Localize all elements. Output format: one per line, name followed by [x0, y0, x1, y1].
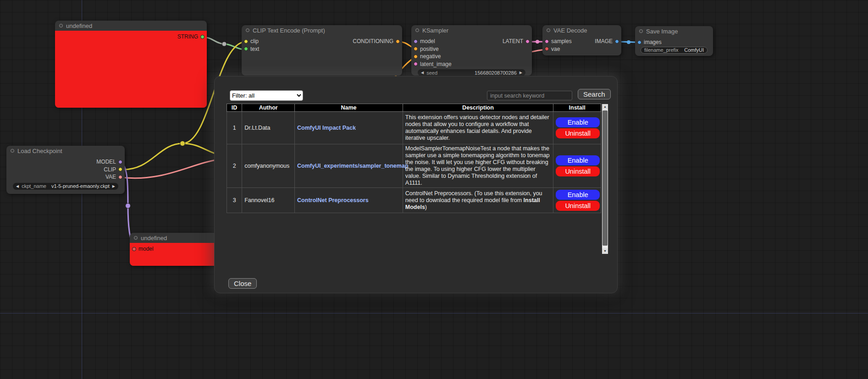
cell-install: Enable Uninstall	[553, 112, 601, 144]
node-title: undefined	[66, 22, 92, 29]
scrollbar-thumb[interactable]	[603, 110, 608, 246]
increment-arrow-icon[interactable]: ▶	[520, 71, 522, 75]
search-button[interactable]: Search	[578, 89, 611, 99]
scrollbar-up-arrow-icon[interactable]: ▲	[602, 104, 608, 110]
decrement-arrow-icon[interactable]: ◀	[421, 71, 424, 75]
widget-value: 156680208700286	[475, 70, 517, 76]
enable-button[interactable]: Enable	[556, 117, 600, 127]
node-title: VAE Decode	[553, 27, 587, 34]
scrollbar-down-arrow-icon[interactable]: ▼	[602, 248, 608, 254]
link-dot	[627, 40, 630, 44]
input-slot-clip[interactable]	[244, 39, 248, 44]
filename-prefix-widget[interactable]: filename_prefix ComfyUI	[641, 47, 708, 54]
extension-link[interactable]: ComfyUI Impact Pack	[297, 125, 356, 131]
output-label: CLIP	[104, 166, 116, 173]
close-button[interactable]: Close	[228, 278, 257, 289]
output-slot-clip[interactable]	[118, 167, 122, 171]
collapse-dot-icon[interactable]	[246, 28, 249, 32]
uninstall-button[interactable]: Uninstall	[556, 201, 600, 211]
seed-widget[interactable]: ◀ seed 156680208700286 ▶	[418, 69, 525, 76]
input-slot-model[interactable]	[414, 39, 418, 44]
uninstall-button[interactable]: Uninstall	[556, 166, 600, 176]
collapse-dot-icon[interactable]	[59, 24, 63, 27]
node-header[interactable]: VAE Decode	[542, 25, 621, 35]
node-ksampler[interactable]: KSampler model LATENT positive	[411, 25, 532, 76]
node-undefined-top[interactable]: undefined STRING	[55, 21, 207, 108]
output-slot-latent[interactable]	[525, 39, 530, 44]
filter-select[interactable]: Filter: all	[230, 90, 303, 101]
reroute-dot[interactable]	[126, 203, 131, 209]
output-slot-string[interactable]	[200, 35, 205, 39]
cell-description: ModelSamplerTonemapNoiseTest a node that…	[403, 144, 553, 188]
widget-value: v1-5-pruned-emaonly.ckpt	[51, 183, 110, 189]
widget-name: seed	[426, 70, 437, 76]
node-header[interactable]: undefined	[55, 21, 207, 31]
output-label: STRING	[177, 33, 198, 40]
extension-link[interactable]: ComfyUI_experiments/sampler_tonemap	[297, 163, 408, 169]
input-label: latent_image	[420, 61, 452, 67]
widget-name: filename_prefix	[644, 47, 679, 53]
node-load-checkpoint[interactable]: Load Checkpoint MODEL CLIP VAE	[6, 146, 125, 194]
col-header-id: ID	[227, 104, 242, 112]
table-row: 1 Dr.Lt.Data ComfyUI Impact Pack This ex…	[227, 112, 601, 144]
search-input[interactable]	[487, 91, 572, 100]
input-slot-text[interactable]	[244, 47, 248, 51]
description-tail: )	[425, 204, 427, 210]
output-label: MODEL	[96, 159, 116, 165]
cell-install: Enable Uninstall	[553, 188, 601, 213]
link-dot	[536, 40, 539, 44]
collapse-dot-icon[interactable]	[134, 236, 138, 240]
custom-nodes-manager-dialog: Filter: all Search ID Author Name Descri…	[214, 76, 618, 293]
node-header[interactable]: undefined	[130, 233, 221, 243]
node-undefined-bottom[interactable]: undefined model	[130, 233, 221, 266]
output-slot-vae[interactable]	[118, 175, 122, 179]
widget-name: ckpt_name	[22, 183, 46, 189]
enable-button[interactable]: Enable	[556, 190, 600, 200]
input-slot-images[interactable]	[637, 40, 641, 44]
node-header[interactable]: Save Image	[635, 26, 713, 36]
input-label: images	[644, 39, 662, 45]
node-title: Load Checkpoint	[17, 148, 62, 154]
table-scrollbar[interactable]: ▲ ▼	[602, 104, 608, 254]
extension-link[interactable]: ControlNet Preprocessors	[297, 197, 369, 203]
output-slot-model[interactable]	[118, 160, 122, 164]
cell-author: Dr.Lt.Data	[242, 112, 295, 144]
collapse-dot-icon[interactable]	[547, 28, 550, 32]
node-vae-decode[interactable]: VAE Decode samples IMAGE vae	[542, 25, 621, 55]
input-label: vae	[551, 46, 560, 52]
decrement-arrow-icon[interactable]: ◀	[16, 184, 19, 188]
ckpt-name-widget[interactable]: ◀ ckpt_name v1-5-pruned-emaonly.ckpt ▶	[13, 183, 118, 190]
node-header[interactable]: CLIP Text Encode (Prompt)	[242, 25, 402, 35]
uninstall-button[interactable]: Uninstall	[556, 128, 600, 138]
input-slot-positive[interactable]	[414, 47, 418, 51]
cell-author: comfyanonymous	[242, 144, 295, 188]
input-slot-model[interactable]	[132, 247, 136, 251]
output-slot-conditioning[interactable]	[396, 39, 400, 44]
output-label: IMAGE	[595, 38, 613, 44]
cell-id: 3	[227, 188, 242, 213]
input-label: model	[420, 38, 435, 44]
table-row: 2 comfyanonymous ComfyUI_experiments/sam…	[227, 144, 601, 188]
table-row: 3 Fannovel16 ControlNet Preprocessors Co…	[227, 188, 601, 213]
description-text: ModelSamplerTonemapNoiseTest a node that…	[405, 145, 550, 186]
collapse-dot-icon[interactable]	[415, 28, 419, 32]
reroute-dot[interactable]	[180, 141, 185, 146]
description-text: ControlNet Preprocessors. (To use this e…	[405, 190, 542, 203]
reroute-dot[interactable]	[222, 42, 227, 46]
node-header[interactable]: KSampler	[411, 25, 532, 35]
collapse-dot-icon[interactable]	[639, 29, 643, 33]
collapse-dot-icon[interactable]	[11, 149, 14, 153]
output-slot-image[interactable]	[615, 39, 619, 44]
graph-canvas[interactable]: undefined STRING CLIP Text Encode (Promp…	[0, 0, 868, 379]
node-header[interactable]: Load Checkpoint	[6, 146, 125, 156]
input-slot-vae[interactable]	[545, 47, 549, 51]
enable-button[interactable]: Enable	[556, 155, 600, 165]
node-clip-text-encode[interactable]: CLIP Text Encode (Prompt) clip CONDITION…	[242, 25, 402, 76]
input-slot-latent-image[interactable]	[414, 62, 418, 66]
increment-arrow-icon[interactable]: ▶	[112, 184, 115, 188]
input-slot-samples[interactable]	[545, 39, 549, 44]
input-slot-negative[interactable]	[414, 55, 418, 59]
input-label: negative	[420, 53, 441, 60]
node-save-image[interactable]: Save Image images filename_prefix ComfyU…	[635, 26, 713, 56]
table-header-row: ID Author Name Description Install	[227, 104, 601, 112]
